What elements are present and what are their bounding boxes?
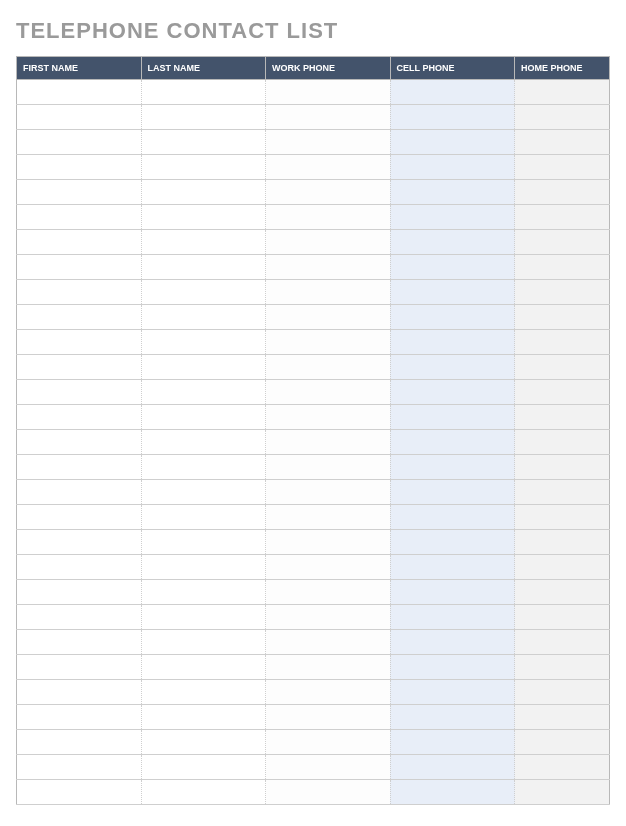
table-cell[interactable] bbox=[390, 780, 515, 805]
table-cell[interactable] bbox=[266, 680, 391, 705]
table-cell[interactable] bbox=[266, 530, 391, 555]
table-cell[interactable] bbox=[390, 605, 515, 630]
table-cell[interactable] bbox=[515, 505, 610, 530]
table-cell[interactable] bbox=[515, 405, 610, 430]
table-cell[interactable] bbox=[515, 330, 610, 355]
table-cell[interactable] bbox=[390, 155, 515, 180]
table-cell[interactable] bbox=[141, 155, 266, 180]
table-cell[interactable] bbox=[17, 230, 142, 255]
table-cell[interactable] bbox=[390, 255, 515, 280]
table-cell[interactable] bbox=[515, 705, 610, 730]
table-cell[interactable] bbox=[141, 605, 266, 630]
table-cell[interactable] bbox=[141, 455, 266, 480]
table-cell[interactable] bbox=[266, 380, 391, 405]
table-cell[interactable] bbox=[390, 230, 515, 255]
table-cell[interactable] bbox=[141, 430, 266, 455]
table-cell[interactable] bbox=[390, 555, 515, 580]
table-cell[interactable] bbox=[141, 730, 266, 755]
table-cell[interactable] bbox=[390, 705, 515, 730]
table-cell[interactable] bbox=[515, 730, 610, 755]
table-cell[interactable] bbox=[266, 130, 391, 155]
table-cell[interactable] bbox=[266, 555, 391, 580]
table-cell[interactable] bbox=[266, 330, 391, 355]
table-cell[interactable] bbox=[17, 755, 142, 780]
table-cell[interactable] bbox=[390, 280, 515, 305]
table-cell[interactable] bbox=[515, 780, 610, 805]
table-cell[interactable] bbox=[390, 680, 515, 705]
table-cell[interactable] bbox=[17, 405, 142, 430]
table-cell[interactable] bbox=[141, 705, 266, 730]
table-cell[interactable] bbox=[141, 130, 266, 155]
table-cell[interactable] bbox=[141, 530, 266, 555]
table-cell[interactable] bbox=[266, 405, 391, 430]
table-cell[interactable] bbox=[141, 555, 266, 580]
table-cell[interactable] bbox=[515, 255, 610, 280]
table-cell[interactable] bbox=[17, 730, 142, 755]
table-cell[interactable] bbox=[17, 455, 142, 480]
table-cell[interactable] bbox=[515, 280, 610, 305]
table-cell[interactable] bbox=[141, 330, 266, 355]
table-cell[interactable] bbox=[266, 630, 391, 655]
table-cell[interactable] bbox=[141, 405, 266, 430]
table-cell[interactable] bbox=[266, 730, 391, 755]
table-cell[interactable] bbox=[266, 155, 391, 180]
table-cell[interactable] bbox=[141, 580, 266, 605]
table-cell[interactable] bbox=[266, 430, 391, 455]
table-cell[interactable] bbox=[390, 730, 515, 755]
table-cell[interactable] bbox=[266, 655, 391, 680]
table-cell[interactable] bbox=[141, 355, 266, 380]
table-cell[interactable] bbox=[266, 105, 391, 130]
table-cell[interactable] bbox=[141, 655, 266, 680]
table-cell[interactable] bbox=[17, 180, 142, 205]
table-cell[interactable] bbox=[515, 655, 610, 680]
table-cell[interactable] bbox=[390, 130, 515, 155]
table-cell[interactable] bbox=[141, 780, 266, 805]
table-cell[interactable] bbox=[17, 255, 142, 280]
table-cell[interactable] bbox=[17, 655, 142, 680]
table-cell[interactable] bbox=[390, 355, 515, 380]
table-cell[interactable] bbox=[141, 180, 266, 205]
table-cell[interactable] bbox=[141, 680, 266, 705]
table-cell[interactable] bbox=[141, 630, 266, 655]
table-cell[interactable] bbox=[515, 430, 610, 455]
table-cell[interactable] bbox=[515, 155, 610, 180]
table-cell[interactable] bbox=[515, 555, 610, 580]
table-cell[interactable] bbox=[266, 480, 391, 505]
table-cell[interactable] bbox=[266, 355, 391, 380]
table-cell[interactable] bbox=[390, 505, 515, 530]
table-cell[interactable] bbox=[17, 155, 142, 180]
table-cell[interactable] bbox=[390, 80, 515, 105]
table-cell[interactable] bbox=[515, 230, 610, 255]
table-cell[interactable] bbox=[266, 80, 391, 105]
table-cell[interactable] bbox=[515, 630, 610, 655]
table-cell[interactable] bbox=[17, 205, 142, 230]
table-cell[interactable] bbox=[515, 355, 610, 380]
table-cell[interactable] bbox=[17, 630, 142, 655]
table-cell[interactable] bbox=[515, 305, 610, 330]
table-cell[interactable] bbox=[515, 680, 610, 705]
table-cell[interactable] bbox=[266, 230, 391, 255]
table-cell[interactable] bbox=[266, 705, 391, 730]
table-cell[interactable] bbox=[141, 480, 266, 505]
table-cell[interactable] bbox=[390, 580, 515, 605]
table-cell[interactable] bbox=[17, 80, 142, 105]
table-cell[interactable] bbox=[141, 380, 266, 405]
table-cell[interactable] bbox=[17, 380, 142, 405]
table-cell[interactable] bbox=[390, 405, 515, 430]
table-cell[interactable] bbox=[17, 355, 142, 380]
table-cell[interactable] bbox=[515, 380, 610, 405]
table-cell[interactable] bbox=[141, 80, 266, 105]
table-cell[interactable] bbox=[141, 255, 266, 280]
table-cell[interactable] bbox=[515, 180, 610, 205]
table-cell[interactable] bbox=[390, 430, 515, 455]
table-cell[interactable] bbox=[17, 555, 142, 580]
table-cell[interactable] bbox=[390, 180, 515, 205]
table-cell[interactable] bbox=[390, 630, 515, 655]
table-cell[interactable] bbox=[390, 380, 515, 405]
table-cell[interactable] bbox=[390, 480, 515, 505]
table-cell[interactable] bbox=[17, 105, 142, 130]
table-cell[interactable] bbox=[17, 780, 142, 805]
table-cell[interactable] bbox=[390, 455, 515, 480]
table-cell[interactable] bbox=[141, 305, 266, 330]
table-cell[interactable] bbox=[17, 680, 142, 705]
